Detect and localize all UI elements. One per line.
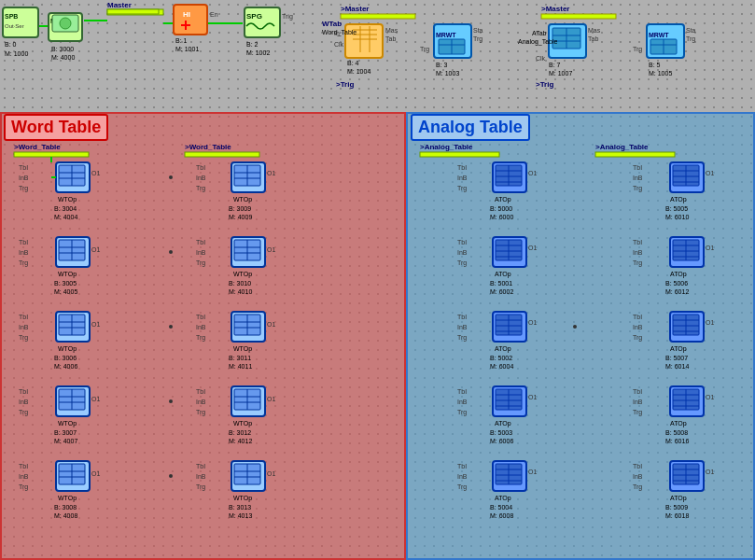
svg-text:>Master: >Master bbox=[541, 5, 569, 13]
analog-table-region bbox=[406, 112, 755, 560]
svg-text:Trg: Trg bbox=[633, 46, 642, 53]
svg-text:>Trig: >Trig bbox=[336, 80, 354, 89]
svg-rect-51 bbox=[439, 39, 465, 54]
svg-text:Sta: Sta bbox=[686, 27, 696, 34]
svg-text:B: 2: B: 2 bbox=[246, 41, 259, 48]
svg-rect-16 bbox=[52, 15, 78, 32]
svg-text:B: 5: B: 5 bbox=[649, 62, 661, 68]
svg-rect-22 bbox=[174, 5, 207, 35]
svg-text:M: 1004: M: 1004 bbox=[347, 68, 371, 75]
svg-point-17 bbox=[60, 18, 71, 29]
svg-rect-2 bbox=[107, 9, 163, 15]
svg-text:WTab: WTab bbox=[322, 20, 342, 28]
svg-text:M: 1003: M: 1003 bbox=[436, 70, 459, 77]
svg-text:Word_Table: Word_Table bbox=[322, 29, 357, 36]
svg-rect-29 bbox=[245, 7, 280, 37]
svg-text:M: 1001: M: 1001 bbox=[175, 46, 199, 52]
svg-text:HI: HI bbox=[183, 10, 190, 19]
svg-text:>Master: >Master bbox=[341, 5, 369, 13]
svg-text:>Trig: >Trig bbox=[536, 80, 553, 89]
svg-rect-74 bbox=[650, 39, 677, 54]
svg-text:B: 3000: B: 3000 bbox=[51, 46, 74, 52]
analog-table-label: Analog Table bbox=[411, 114, 530, 141]
svg-text:Trg: Trg bbox=[473, 35, 482, 43]
svg-text:MRM: MRM bbox=[50, 18, 66, 24]
svg-text:ATab: ATab bbox=[532, 30, 547, 36]
svg-text:Mas: Mas bbox=[385, 27, 398, 34]
svg-rect-14 bbox=[49, 13, 82, 41]
svg-text:Out·Ser: Out·Ser bbox=[5, 23, 24, 29]
word-table-label: Word Table bbox=[4, 114, 108, 141]
svg-text:Mas: Mas bbox=[588, 27, 601, 34]
svg-text:Trg: Trg bbox=[686, 35, 695, 43]
svg-text:SPB: SPB bbox=[5, 13, 18, 20]
main-canvas: Word Table Analog Table >Master >Master … bbox=[0, 0, 755, 560]
svg-text:MRWT: MRWT bbox=[436, 32, 456, 38]
svg-rect-72 bbox=[647, 24, 684, 58]
svg-rect-9 bbox=[3, 7, 38, 37]
svg-text:En: En bbox=[210, 11, 218, 18]
svg-text:B: 0: B: 0 bbox=[5, 41, 17, 48]
svg-text:B: 7: B: 7 bbox=[549, 62, 561, 68]
svg-rect-21 bbox=[107, 9, 159, 14]
svg-text:B: 4: B: 4 bbox=[347, 60, 359, 66]
svg-text:SPG: SPG bbox=[246, 12, 262, 21]
svg-text:Clk: Clk bbox=[334, 41, 344, 48]
svg-rect-49 bbox=[434, 24, 471, 58]
word-table-region bbox=[0, 112, 406, 560]
svg-text:Tab: Tab bbox=[588, 35, 598, 42]
svg-text:Trig: Trig bbox=[282, 13, 293, 21]
svg-rect-59 bbox=[549, 24, 586, 58]
svg-text:MRWT: MRWT bbox=[649, 32, 669, 38]
svg-text:M: 4000: M: 4000 bbox=[51, 54, 75, 61]
svg-text:In: In bbox=[334, 30, 340, 36]
svg-text:M: 1005: M: 1005 bbox=[649, 70, 672, 77]
svg-text:B: 3: B: 3 bbox=[436, 62, 448, 68]
svg-text:M: 1000: M: 1000 bbox=[5, 50, 28, 57]
svg-text:Analog_Table: Analog_Table bbox=[518, 38, 558, 46]
svg-text:B: 1: B: 1 bbox=[175, 37, 188, 44]
svg-text:Tab: Tab bbox=[385, 35, 396, 42]
svg-text:Trg: Trg bbox=[420, 46, 429, 53]
svg-text:Sta: Sta bbox=[473, 27, 483, 34]
svg-rect-8 bbox=[541, 14, 616, 19]
svg-text:Master: Master bbox=[107, 1, 132, 9]
svg-rect-6 bbox=[341, 14, 415, 19]
svg-text:M: 1007: M: 1007 bbox=[549, 70, 572, 77]
svg-text:Clk: Clk bbox=[536, 55, 546, 62]
svg-rect-60 bbox=[552, 28, 580, 49]
svg-text:M: 1002: M: 1002 bbox=[246, 49, 270, 56]
svg-rect-34 bbox=[345, 24, 383, 58]
